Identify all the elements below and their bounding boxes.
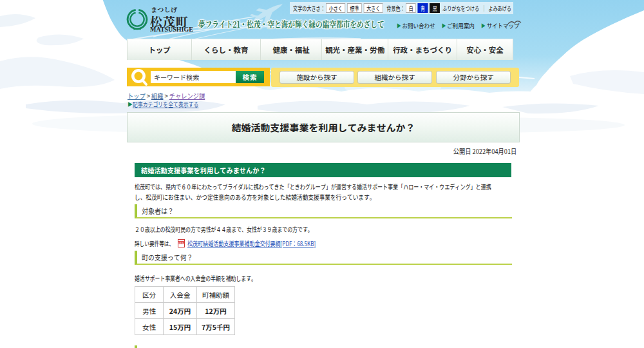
svg-text:PDF: PDF [178, 242, 184, 245]
